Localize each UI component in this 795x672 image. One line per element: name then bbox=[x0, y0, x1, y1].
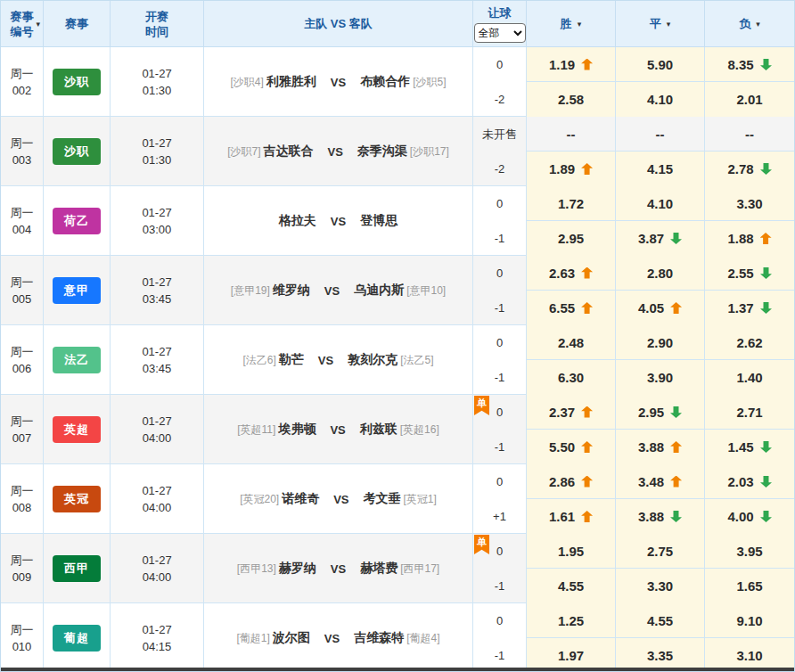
odds-draw[interactable]: 3.30 bbox=[616, 569, 705, 603]
match-number: 周一005 bbox=[1, 256, 44, 325]
teams-cell[interactable]: [英冠20]诺维奇VS考文垂[英冠1] bbox=[204, 464, 473, 534]
odds-lose[interactable]: 1.37 bbox=[705, 291, 794, 325]
odds-draw[interactable]: 4.10 bbox=[616, 82, 705, 117]
odds-draw[interactable]: 3.88 bbox=[616, 430, 705, 464]
sort-icon: ▾ bbox=[667, 20, 671, 29]
league-badge[interactable]: 英超 bbox=[53, 416, 101, 443]
odds-win[interactable]: 1.19 bbox=[527, 47, 616, 82]
odds-value: 2.71 bbox=[736, 405, 762, 420]
match-kickoff: 04:15 bbox=[143, 638, 172, 655]
header-match-number[interactable]: 赛事 编号 ▾ bbox=[1, 1, 44, 46]
odds-draw[interactable]: 3.48 bbox=[616, 464, 705, 499]
odds-lose[interactable]: 1.65 bbox=[705, 569, 794, 603]
away-team: 赫塔费 bbox=[360, 561, 398, 577]
league-badge[interactable]: 法乙 bbox=[53, 347, 101, 373]
league-badge[interactable]: 葡超 bbox=[53, 625, 101, 652]
odds-draw[interactable]: 4.55 bbox=[616, 603, 705, 638]
odds-draw[interactable]: 4.10 bbox=[616, 186, 705, 221]
odds-win[interactable]: 2.86 bbox=[527, 464, 616, 499]
odds-value: 4.05 bbox=[638, 300, 664, 316]
match-date: 01-27 bbox=[142, 204, 171, 221]
odds-draw[interactable]: 2.80 bbox=[616, 256, 705, 291]
league-badge[interactable]: 意甲 bbox=[53, 277, 101, 304]
odds-win[interactable]: 1.95 bbox=[527, 534, 616, 569]
odds-lose[interactable]: 3.30 bbox=[705, 186, 794, 221]
odds-win[interactable]: 1.61 bbox=[527, 499, 616, 534]
odds-win[interactable]: 6.55 bbox=[527, 291, 616, 325]
odds-value: 1.88 bbox=[727, 231, 753, 246]
match-time: 01-2703:45 bbox=[111, 256, 204, 325]
league-badge[interactable]: 英冠 bbox=[53, 486, 101, 512]
odds-draw[interactable]: 3.35 bbox=[616, 638, 705, 672]
header-lose[interactable]: 负 ▾ bbox=[705, 1, 794, 46]
teams-cell[interactable]: 格拉夫VS登博思 bbox=[204, 186, 473, 256]
odds-lose[interactable]: 2.01 bbox=[705, 82, 794, 117]
odds-value: 6.30 bbox=[558, 370, 584, 385]
odds-draw[interactable]: 3.88 bbox=[616, 499, 705, 534]
odds-win[interactable]: 1.97 bbox=[527, 638, 616, 672]
odds-draw[interactable]: 3.90 bbox=[616, 360, 705, 395]
odds-win[interactable]: 1.89 bbox=[527, 152, 616, 186]
league-badge[interactable]: 荷乙 bbox=[53, 208, 101, 234]
odds-lose[interactable]: 1.88 bbox=[705, 221, 794, 256]
odds-lose[interactable]: 4.00 bbox=[705, 499, 794, 534]
odds-win[interactable]: 2.37 bbox=[527, 395, 616, 430]
teams-cell[interactable]: [法乙6]勒芒VS敦刻尔克[法乙5] bbox=[204, 325, 473, 395]
odds-win[interactable]: 1.72 bbox=[527, 186, 616, 221]
teams-cell[interactable]: [英超11]埃弗顿VS利兹联[英超16] bbox=[204, 395, 473, 464]
header-win[interactable]: 胜 ▾ bbox=[527, 1, 616, 46]
odds-win[interactable]: 2.63 bbox=[527, 256, 616, 291]
match-number: 周一003 bbox=[1, 117, 44, 186]
odds-win[interactable]: 4.55 bbox=[527, 569, 616, 603]
odds-win[interactable]: 6.30 bbox=[527, 360, 616, 395]
arrow-down-icon bbox=[670, 233, 682, 244]
league-badge[interactable]: 西甲 bbox=[53, 555, 101, 582]
odds-lose[interactable]: 9.10 bbox=[705, 603, 794, 638]
teams-cell[interactable]: [意甲19]维罗纳VS乌迪内斯[意甲10] bbox=[204, 256, 473, 325]
odds-value: 1.40 bbox=[736, 370, 762, 385]
odds-draw[interactable]: 5.90 bbox=[616, 47, 705, 82]
odds-value: 3.48 bbox=[638, 474, 664, 489]
home-team: 赫罗纳 bbox=[279, 561, 316, 577]
league-badge[interactable]: 沙职 bbox=[53, 69, 101, 95]
odds-lose[interactable]: 8.35 bbox=[705, 47, 794, 82]
odds-lose[interactable]: 2.62 bbox=[705, 325, 794, 360]
odds-win[interactable]: 2.95 bbox=[527, 221, 616, 256]
vs-label: VS bbox=[318, 354, 333, 367]
odds-value: 1.89 bbox=[549, 161, 575, 176]
teams-cell[interactable]: [沙职7]吉达联合VS奈季沟渠[沙职17] bbox=[204, 117, 473, 186]
match-row-006: 周一006法乙01-2703:45[法乙6]勒芒VS敦刻尔克[法乙5]0-12.… bbox=[1, 325, 794, 395]
match-date: 01-27 bbox=[142, 274, 171, 291]
odds-win[interactable]: 2.48 bbox=[527, 325, 616, 360]
odds-win[interactable]: 5.50 bbox=[527, 430, 616, 464]
home-rank: [英冠20] bbox=[240, 492, 279, 507]
odds-win[interactable]: 1.25 bbox=[527, 603, 616, 638]
teams-cell[interactable]: [沙职4]利雅胜利VS布赖合作[沙职5] bbox=[204, 47, 473, 117]
odds-value: 2.80 bbox=[647, 266, 673, 281]
odds-lose[interactable]: 2.55 bbox=[705, 256, 794, 291]
odds-lose[interactable]: 2.78 bbox=[705, 152, 794, 186]
teams-cell[interactable]: [西甲13]赫罗纳VS赫塔费[西甲17] bbox=[204, 534, 473, 603]
odds-lose[interactable]: 2.03 bbox=[705, 464, 794, 499]
odds-draw[interactable]: 4.15 bbox=[616, 152, 705, 186]
handicap-filter-select[interactable]: 全部 bbox=[474, 23, 526, 43]
odds-lose[interactable]: 3.10 bbox=[705, 638, 794, 672]
odds-win[interactable]: 2.58 bbox=[527, 82, 616, 117]
odds-value: 2.37 bbox=[549, 405, 575, 420]
odds-lose[interactable]: 3.95 bbox=[705, 534, 794, 569]
arrow-down-icon bbox=[670, 511, 682, 522]
odds-draw[interactable]: 2.75 bbox=[616, 534, 705, 569]
odds-lose[interactable]: 2.71 bbox=[705, 395, 794, 430]
odds-draw[interactable]: 4.05 bbox=[616, 291, 705, 325]
teams-cell[interactable]: [葡超1]波尔图VS吉维森特[葡超4] bbox=[204, 603, 473, 672]
odds-lose[interactable]: 1.40 bbox=[705, 360, 794, 395]
header-draw[interactable]: 平 ▾ bbox=[616, 1, 705, 46]
match-kickoff: 04:00 bbox=[143, 569, 172, 586]
league-badge[interactable]: 沙职 bbox=[53, 138, 101, 165]
odds-draw[interactable]: 3.87 bbox=[616, 221, 705, 256]
arrow-up-icon bbox=[581, 59, 593, 70]
odds-lose[interactable]: 1.45 bbox=[705, 430, 794, 464]
odds-draw[interactable]: 2.95 bbox=[616, 395, 705, 430]
odds-draw[interactable]: 2.90 bbox=[616, 325, 705, 360]
match-row-007: 周一007英超01-2704:00[英超11]埃弗顿VS利兹联[英超16]0单-… bbox=[1, 395, 794, 464]
